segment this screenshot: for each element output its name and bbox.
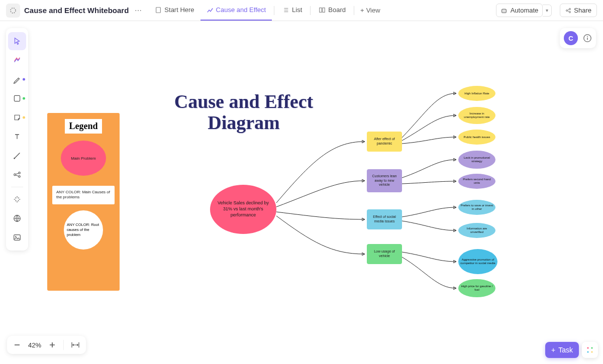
svg-point-5 [502,11,504,12]
share-icon [565,8,571,14]
svg-point-12 [14,174,16,176]
top-bar: Cause and Effect Whiteboard ⋯ Start Here… [0,0,603,21]
svg-point-14 [19,176,21,178]
root-cause-node[interactable]: Aggressive promotion of competitor in so… [458,249,497,274]
tab-board[interactable]: Board [313,1,352,21]
web-tool[interactable] [8,209,26,227]
image-tool[interactable] [8,228,26,247]
text-tool[interactable] [8,128,26,146]
plus-icon: + [551,346,555,354]
svg-point-11 [14,158,15,159]
automate-button[interactable]: Automate [496,4,543,17]
root-cause-node[interactable]: Lack in promotional strategy [458,151,495,169]
svg-point-21 [591,347,592,348]
view-tabs: Start Here Cause and Effect List Board +… [149,1,380,21]
legend-causes-box: ANY COLOR: Main Causes of the problems [52,186,115,204]
svg-point-0 [11,8,16,13]
svg-point-22 [587,351,588,352]
zoom-in-icon[interactable] [48,341,56,349]
svg-point-8 [569,8,571,10]
more-icon[interactable]: ⋯ [135,7,142,15]
root-cause-node[interactable]: High price for gasoline / fuel [458,279,495,297]
root-cause-node[interactable]: Prefers to save or invest in other [458,200,495,215]
canvas-top-right: C [560,28,596,48]
svg-rect-4 [501,9,506,13]
robot-icon [500,7,508,14]
chart-icon [207,7,214,14]
doc-icon [155,7,162,14]
zoom-control: 42% [7,336,86,354]
zoom-out-icon[interactable] [13,341,21,349]
root-cause-node[interactable]: Information are unverified [458,223,495,238]
root-cause-node[interactable]: Increase in unemployment rate [458,107,495,124]
svg-point-19 [587,36,588,37]
workspace-icon[interactable] [6,4,20,18]
zoom-value[interactable]: 42% [28,341,41,349]
svg-point-23 [591,351,592,352]
select-tool[interactable] [8,32,26,50]
cause-node[interactable]: Effect of social media issues [367,209,402,229]
root-cause-node[interactable]: High Inflation Rate [458,86,495,101]
svg-rect-10 [14,95,20,101]
relationship-tool[interactable] [8,166,26,184]
svg-rect-2 [320,8,322,12]
info-icon[interactable] [583,34,592,43]
svg-rect-3 [323,8,325,12]
tab-list[interactable]: List [276,1,308,21]
whiteboard-canvas[interactable]: C Cause and Effect Diagram Legend Main P… [0,21,603,364]
magic-tool[interactable] [8,190,26,208]
share-button[interactable]: Share [560,4,597,17]
svg-point-13 [19,172,21,174]
automate-dropdown[interactable]: ▾ [543,5,552,17]
svg-point-17 [15,236,16,237]
legend-card[interactable]: Legend Main Problem ANY COLOR: Main Caus… [47,113,120,291]
list-icon [282,7,289,14]
fit-width-icon[interactable] [71,341,80,348]
sticky-tool[interactable] [8,108,26,127]
add-view-button[interactable]: + View [360,7,380,14]
main-problem-node[interactable]: Vehicle Sales declined by 31% vs last mo… [210,185,276,234]
legend-roots-circle: ANY COLOR: Root causes of the problem [64,210,103,250]
connector-tool[interactable] [8,147,26,165]
cause-node[interactable]: Low usage of vehicle [367,244,402,264]
cause-node[interactable]: After effect of pandemic [367,132,402,152]
diagram-title[interactable]: Cause and Effect Diagram [171,91,317,134]
root-cause-node[interactable]: Prefers second hand units [458,174,495,189]
tab-divider [274,6,274,15]
tab-cause-and-effect[interactable]: Cause and Effect [200,1,272,21]
legend-main-problem: Main Problem [61,141,106,176]
root-cause-node[interactable]: Public health issues [458,130,495,145]
plus-icon: + [360,7,364,14]
user-avatar[interactable]: C [564,31,578,45]
task-button[interactable]: + Task [545,342,579,358]
svg-point-20 [587,347,588,348]
board-icon [319,7,326,14]
legend-heading: Legend [65,119,102,134]
apps-button[interactable] [582,342,598,358]
tab-divider [310,6,311,15]
pen-tool[interactable] [8,70,26,88]
doc-title[interactable]: Cause and Effect Whiteboard [24,6,129,15]
ai-tool[interactable] [8,51,26,69]
svg-rect-1 [156,7,161,13]
svg-rect-16 [14,235,21,240]
shape-tool[interactable] [8,89,26,107]
tool-palette [6,28,28,251]
tab-start-here[interactable]: Start Here [149,1,200,21]
svg-point-7 [566,10,568,11]
svg-point-9 [569,11,571,13]
tab-divider [354,6,354,15]
cause-node[interactable]: Customers lean away to new vehicle [367,169,402,192]
svg-point-6 [505,11,506,12]
